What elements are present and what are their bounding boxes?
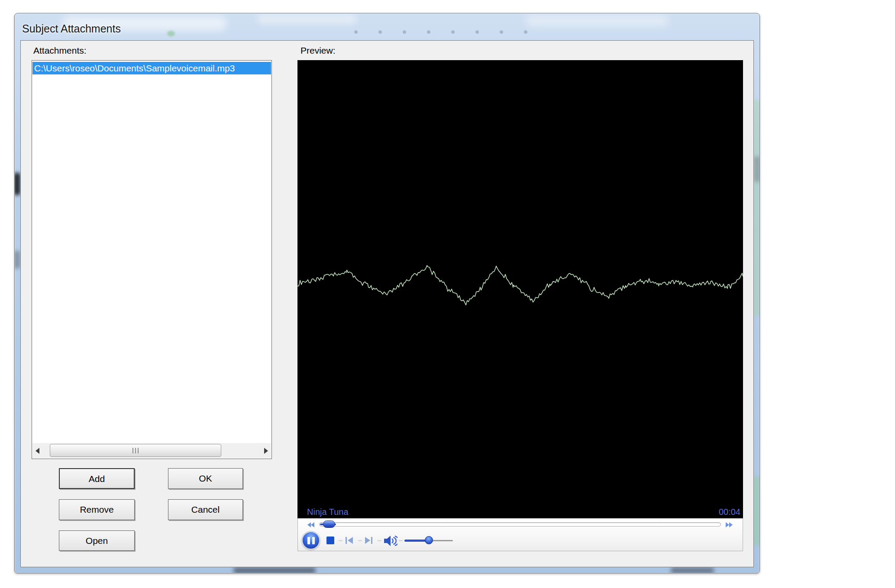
grip-icon — [132, 448, 133, 453]
subject-attachments-dialog: Subject Attachments Attachments: C:\User… — [14, 13, 760, 573]
remove-button[interactable]: Remove — [59, 499, 135, 520]
preview-panel: Ninja Tuna 00:04 — [297, 60, 743, 551]
glass-specks — [344, 27, 543, 37]
waveform-graphic — [297, 60, 743, 518]
glass-speck-green — [167, 31, 175, 36]
previous-track-button[interactable] — [346, 537, 354, 544]
divider — [399, 540, 403, 541]
track-title: Ninja Tuna — [307, 507, 349, 517]
next-track-button[interactable] — [365, 537, 374, 544]
volume-slider-thumb[interactable] — [425, 536, 433, 544]
audio-visualization-screen: Ninja Tuna 00:04 — [297, 60, 743, 518]
scroll-left-button[interactable] — [32, 443, 43, 458]
divider — [339, 540, 342, 541]
next-icon — [371, 537, 372, 544]
glass-streak — [257, 14, 357, 24]
attachments-listbox[interactable]: C:\Users\roseo\Documents\Samplevoicemail… — [32, 60, 272, 459]
frame-reflection — [754, 100, 760, 316]
frame-reflection — [671, 567, 714, 573]
pause-button[interactable] — [301, 531, 320, 550]
media-controller — [297, 518, 743, 551]
elapsed-time: 00:04 — [719, 507, 740, 517]
dialog-title: Subject Attachments — [22, 22, 121, 35]
dialog-titlebar[interactable]: Subject Attachments — [15, 13, 759, 40]
horizontal-scrollbar[interactable] — [32, 443, 271, 458]
fast-forward-icon[interactable] — [726, 522, 733, 528]
preview-label: Preview: — [300, 45, 336, 56]
scrollbar-thumb[interactable] — [50, 444, 221, 457]
cancel-button[interactable]: Cancel — [168, 499, 243, 520]
grip-icon — [135, 448, 136, 453]
add-button[interactable]: Add — [59, 468, 135, 489]
next-icon — [365, 537, 370, 544]
seek-thumb[interactable] — [323, 521, 335, 528]
grip-icon — [138, 448, 139, 453]
seek-bar-row — [298, 518, 743, 531]
open-button[interactable]: Open — [59, 530, 135, 551]
fast-forward-triangle — [729, 522, 733, 527]
rewind-triangle — [311, 522, 314, 527]
previous-icon — [348, 537, 353, 544]
arrow-right-icon — [264, 448, 268, 454]
frame-reflection — [754, 156, 760, 182]
pause-icon — [303, 532, 319, 549]
previous-icon — [346, 537, 347, 544]
frame-reflection — [754, 476, 760, 546]
dialog-client-area: Attachments: C:\Users\roseo\Documents\Sa… — [20, 40, 754, 567]
transport-controls — [298, 531, 743, 550]
ok-button[interactable]: OK — [168, 468, 243, 489]
desktop-background: Subject Attachments Attachments: C:\User… — [0, 0, 895, 588]
divider — [358, 540, 362, 541]
frame-reflection — [14, 251, 20, 269]
fast-forward-triangle — [726, 522, 729, 527]
volume-speaker-icon[interactable] — [384, 535, 397, 549]
frame-reflection — [14, 173, 20, 195]
scroll-right-button[interactable] — [261, 443, 271, 458]
attachments-label: Attachments: — [33, 45, 87, 56]
divider — [378, 540, 381, 541]
rewind-triangle — [307, 522, 311, 527]
frame-reflection — [233, 567, 316, 573]
seek-slider[interactable] — [319, 522, 721, 527]
list-item[interactable]: C:\Users\roseo\Documents\Samplevoicemail… — [32, 62, 271, 74]
arrow-left-icon — [36, 448, 39, 454]
rewind-icon[interactable] — [307, 522, 315, 528]
glass-streak — [526, 15, 669, 26]
stop-button[interactable] — [326, 537, 334, 544]
